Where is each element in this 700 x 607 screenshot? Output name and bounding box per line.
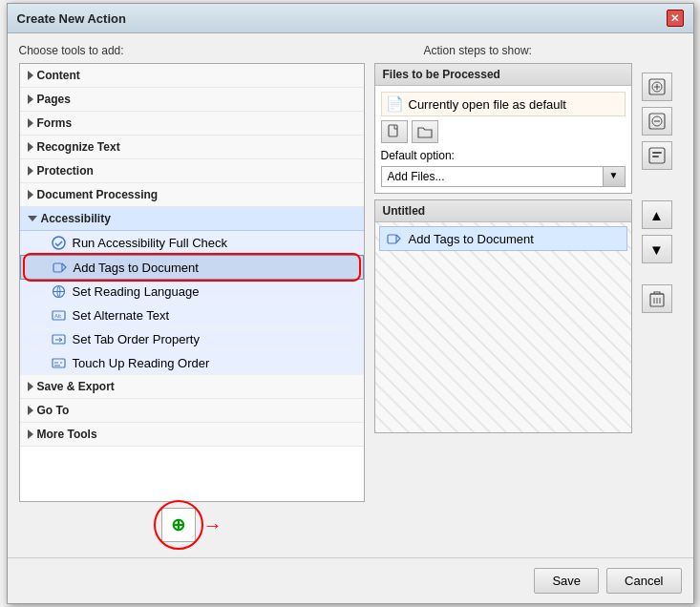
files-section: Files to be Processed 📄 Currently open f… — [374, 63, 632, 194]
current-file-label: Currently open file as default — [409, 97, 566, 112]
sidebar-item-protection[interactable]: Protection — [20, 159, 364, 183]
svg-rect-8 — [388, 235, 396, 243]
tree-label-run-check: Run Accessibility Full Check — [73, 236, 228, 250]
tree-label-reading-lang: Set Reading Language — [73, 284, 200, 299]
tree-item-add-tags[interactable]: Add Tags to Document — [20, 255, 364, 280]
untitled-item-wrapper: Add Tags to Document — [379, 226, 627, 253]
sidebar-item-accessibility[interactable]: Accessibility — [20, 207, 364, 231]
svg-rect-1 — [53, 263, 62, 272]
tab-order-icon — [51, 331, 68, 346]
sidebar-item-recognize-text[interactable]: Recognize Text — [20, 136, 364, 159]
spacer2 — [642, 269, 682, 279]
section-label-pages: Pages — [37, 93, 71, 106]
tag-icon — [52, 260, 69, 275]
move-up-button[interactable]: ▲ — [642, 200, 672, 229]
svg-rect-15 — [652, 156, 659, 157]
right-panel: Files to be Processed 📄 Currently open f… — [374, 63, 632, 433]
tools-tree: Content Pages Forms Rec — [19, 63, 365, 502]
left-label: Choose tools to add: — [19, 44, 124, 57]
close-button[interactable]: ✕ — [667, 10, 684, 27]
tree-label-alt-text: Set Alternate Text — [73, 308, 170, 323]
expand-arrow-icon — [28, 216, 37, 221]
down-arrow-icon: ▼ — [649, 241, 664, 258]
section-label-content: Content — [37, 69, 80, 82]
title-bar: Create New Action ✕ — [8, 4, 693, 33]
tree-item-alt-text[interactable]: Alt Set Alternate Text — [20, 304, 364, 327]
arrow-icon — [28, 118, 33, 128]
tree-item-run-check[interactable]: Run Accessibility Full Check — [20, 231, 364, 255]
default-option-row: Default option: — [381, 149, 626, 162]
action-btn-2[interactable] — [642, 107, 672, 136]
svg-text:Alt: Alt — [54, 313, 61, 319]
dialog: Create New Action ✕ Choose tools to add:… — [7, 3, 694, 604]
alt-text-icon: Alt — [51, 307, 68, 323]
section-label-more-tools: More Tools — [37, 428, 97, 441]
section-label-go-to: Go To — [37, 404, 70, 417]
pdf-icon: 📄 — [386, 95, 404, 113]
tree-label-add-tags: Add Tags to Document — [74, 261, 199, 275]
arrow-icon — [28, 94, 33, 104]
up-arrow-icon: ▲ — [649, 207, 664, 223]
svg-rect-14 — [652, 152, 662, 154]
svg-point-0 — [53, 237, 65, 249]
sidebar-item-content[interactable]: Content — [20, 64, 364, 88]
touch-up-icon — [51, 355, 68, 370]
file-buttons-row — [381, 120, 626, 143]
tree-item-reading-lang[interactable]: Set Reading Language — [20, 280, 364, 304]
arrow-icon — [28, 406, 33, 415]
sidebar-item-document-processing[interactable]: Document Processing — [20, 183, 364, 207]
cancel-button[interactable]: Cancel — [606, 568, 681, 594]
sidebar-item-more-tools[interactable]: More Tools — [20, 423, 364, 447]
add-files-dropdown[interactable]: Add Files... ▼ — [381, 166, 626, 187]
sidebar-item-pages[interactable]: Pages — [20, 88, 364, 112]
svg-rect-6 — [53, 359, 65, 367]
columns-wrapper: Content Pages Forms Rec — [19, 63, 682, 548]
left-panel: Content Pages Forms Rec — [19, 63, 365, 548]
arrow-icon — [28, 429, 33, 439]
section-label-save-export: Save & Export — [37, 380, 115, 393]
folder-button[interactable] — [412, 120, 438, 143]
spacer — [642, 176, 682, 195]
current-file-item: 📄 Currently open file as default — [381, 92, 626, 116]
svg-rect-7 — [389, 125, 397, 136]
right-label: Action steps to show: — [424, 44, 532, 57]
arrow-icon — [28, 190, 33, 199]
right-arrow-annotation: → — [203, 514, 223, 536]
new-file-button[interactable] — [381, 120, 408, 143]
files-section-content: 📄 Currently open file as default — [375, 86, 631, 193]
arrow-icon — [28, 142, 33, 152]
tree-item-tab-order[interactable]: Set Tab Order Property — [20, 327, 364, 351]
sidebar-item-forms[interactable]: Forms — [20, 112, 364, 136]
language-icon — [51, 283, 68, 299]
arrow-icon — [28, 71, 33, 80]
add-button-container: ⊕ — [161, 508, 196, 542]
bottom-bar: Save Cancel — [8, 557, 693, 603]
plus-sign: ⊕ — [171, 514, 185, 535]
arrow-icon — [28, 166, 33, 176]
action-btn-1[interactable] — [642, 73, 672, 101]
add-to-action-button[interactable]: ⊕ — [161, 508, 196, 542]
files-section-header: Files to be Processed — [375, 64, 631, 86]
add-button-area: ⊕ → — [19, 502, 365, 548]
default-option-label: Default option: — [381, 149, 455, 162]
sidebar-item-go-to[interactable]: Go To — [20, 399, 364, 423]
section-label-forms: Forms — [37, 116, 73, 130]
check-icon — [51, 235, 68, 250]
section-label-protection: Protection — [37, 164, 94, 178]
arrow-icon — [28, 382, 33, 391]
untitled-item-add-tags[interactable]: Add Tags to Document — [379, 226, 627, 251]
tree-item-touch-up[interactable]: Touch Up Reading Order — [20, 351, 364, 375]
add-files-label: Add Files... — [382, 167, 603, 186]
dropdown-arrow-icon[interactable]: ▼ — [603, 167, 625, 186]
action-btn-3[interactable] — [642, 141, 672, 170]
tree-label-touch-up: Touch Up Reading Order — [73, 356, 210, 370]
delete-button[interactable] — [642, 284, 672, 313]
save-button[interactable]: Save — [534, 568, 599, 594]
dialog-title: Create New Action — [17, 11, 126, 26]
move-down-button[interactable]: ▼ — [642, 235, 672, 263]
untitled-content: Add Tags to Document — [375, 222, 631, 432]
dialog-body: Choose tools to add: Action steps to sho… — [8, 33, 693, 557]
tags-icon — [386, 231, 403, 246]
untitled-section-header: Untitled — [375, 200, 631, 222]
sidebar-item-save-export[interactable]: Save & Export — [20, 375, 364, 399]
